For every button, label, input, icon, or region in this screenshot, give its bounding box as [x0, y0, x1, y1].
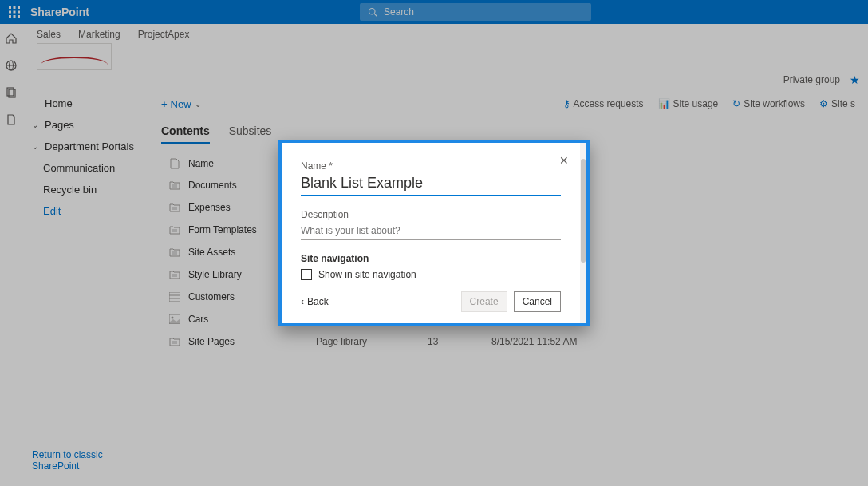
create-button[interactable]: Create — [461, 291, 507, 312]
dialog-scrollbar[interactable] — [580, 143, 586, 323]
close-icon[interactable]: ✕ — [559, 154, 569, 167]
show-in-nav-checkbox[interactable] — [301, 269, 312, 280]
chevron-left-icon: ‹ — [301, 296, 304, 307]
cancel-button[interactable]: Cancel — [514, 291, 561, 312]
show-in-nav-label: Show in site navigation — [318, 269, 416, 280]
site-navigation-label: Site navigation — [301, 253, 561, 264]
description-input[interactable] — [301, 222, 561, 240]
create-list-dialog: ✕ Name * Description Site navigation Sho… — [278, 140, 590, 326]
name-label: Name * — [301, 160, 561, 172]
back-button[interactable]: ‹ Back — [301, 296, 329, 307]
description-label: Description — [301, 209, 561, 220]
name-input[interactable] — [301, 173, 561, 196]
